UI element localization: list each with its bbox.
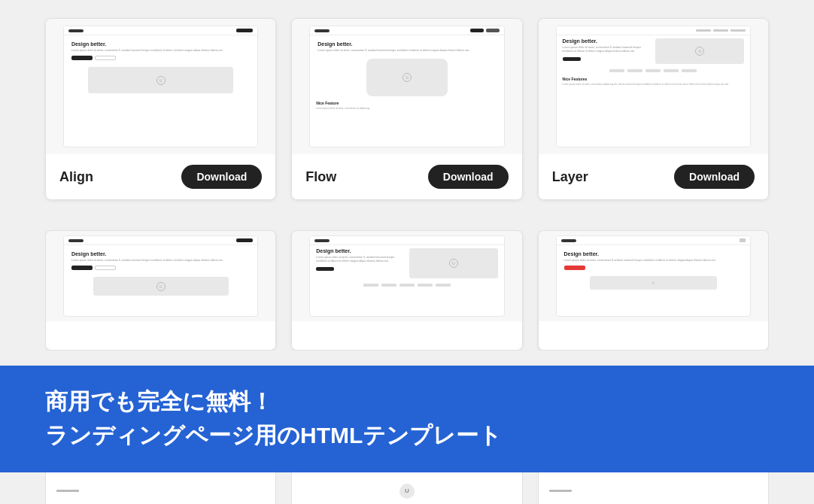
banner: 商用でも完全に無料！ ランディングページ用のHTMLテンプレート (0, 366, 814, 472)
brand1 (609, 69, 624, 72)
mini-logo (68, 29, 84, 32)
mini-img-bottom-6: U (590, 276, 717, 290)
mini-u-text-5: U (452, 261, 455, 266)
mini-page-layer: Design better. Lorem ipsum dolor sit ame… (556, 26, 752, 147)
nav-link1 (696, 29, 711, 32)
template-card-flow: Design better. Lorem ipsum dolor sit ame… (291, 18, 522, 200)
download-button-align[interactable]: Download (181, 165, 262, 189)
mini-hero-title-5: Design better. (316, 248, 405, 254)
mini-u-logo-layer: U (695, 47, 704, 56)
mini-hero-title-layer: Design better. (563, 38, 652, 44)
bottom-card-2: U (291, 472, 522, 504)
mini-u-text-flow: U (405, 75, 409, 80)
mini-u-text-layer: U (698, 49, 701, 53)
bottom-text-3 (549, 490, 572, 492)
mini-hero-title-flow: Design better. (317, 41, 497, 47)
mini-hero-text-5: Lorem ipsum dolor sit amet, consectetur … (316, 256, 405, 264)
mini-feature-title: Nice Feature (316, 101, 498, 105)
mini-nav-4 (64, 236, 258, 245)
mini-u-logo-5: U (449, 259, 458, 268)
mini-btn-primary-4 (71, 266, 93, 270)
mini-phone-mockup: U (366, 59, 448, 96)
brand3 (645, 69, 661, 72)
card-footer-4 (46, 321, 275, 351)
card-preview-layer: Design better. Lorem ipsum dolor sit ame… (539, 19, 768, 154)
mini-col-text: Design better. Lorem ipsum dolor sit ame… (563, 38, 652, 64)
bottom-mini-content-1 (56, 490, 79, 492)
brand5-5 (436, 284, 451, 287)
bottom-text-1 (56, 490, 79, 492)
brand2 (627, 69, 642, 72)
mini-btn1-flow (470, 29, 484, 32)
mini-page-align: Design better. Lorem ipsum dolor sit ame… (63, 26, 259, 147)
mini-hero-title-6: Design better. (564, 251, 743, 257)
card-footer-flow: Flow Download (292, 154, 521, 199)
mini-nav-5 (310, 236, 504, 245)
mini-btn-secondary (95, 56, 116, 60)
mini-hero-title: Design better. (71, 41, 251, 47)
mini-hero-title-4: Design better. (71, 251, 251, 257)
mini-cta-layer (563, 57, 581, 61)
mini-btns-4 (71, 266, 251, 270)
template-card-align: Design better. Lorem ipsum dolor sit ame… (45, 18, 276, 200)
grid-section-row2: Design better. Lorem ipsum dolor sit ame… (0, 200, 814, 351)
card-name-layer: Layer (552, 169, 588, 185)
mini-btn-secondary-4 (95, 266, 116, 270)
mini-hero-4: Design better. Lorem ipsum dolor sit ame… (64, 245, 258, 277)
card-footer-5 (292, 321, 521, 351)
mini-brands-layer (557, 67, 751, 74)
mini-btns (71, 56, 251, 60)
mini-logo-flow (314, 29, 330, 32)
mini-icon-6 (740, 238, 746, 242)
mini-page-flow: Design better. Lorem ipsum dolor sit ame… (309, 26, 505, 147)
banner-line1: 商用でも完全に無料！ (45, 387, 769, 417)
mini-nav-flow (310, 26, 504, 35)
bottom-partial: U (0, 472, 814, 504)
card-preview-flow: Design better. Lorem ipsum dolor sit ame… (292, 19, 521, 154)
mini-page-4: Design better. Lorem ipsum dolor sit ame… (63, 235, 259, 317)
mini-features-layer: Nice Features Lorem ipsum dolor sit amet… (557, 74, 751, 88)
banner-line2: ランディングページ用のHTMLテンプレート (45, 421, 769, 451)
template-card-4: Design better. Lorem ipsum dolor sit ame… (45, 230, 276, 351)
bottom-card-1 (45, 472, 276, 504)
mini-col-img-5: U (409, 248, 498, 278)
mini-bottom-6: U (557, 276, 751, 291)
card-preview-5: Design better. Lorem ipsum dolor sit ame… (292, 231, 521, 321)
mini-u-6: U (652, 281, 655, 285)
mini-u-logo-flow: U (402, 73, 412, 82)
mini-u-text: U (159, 78, 162, 83)
mini-u-text-4: U (159, 284, 162, 289)
nav-link2 (713, 29, 728, 32)
mini-col-img-layer: U (655, 38, 744, 64)
mini-hero-text-4: Lorem ipsum dolor sit amet, consectetur … (71, 259, 251, 263)
template-grid-row2: Design better. Lorem ipsum dolor sit ame… (45, 230, 769, 351)
mini-brands-5 (310, 281, 504, 289)
mini-nav (64, 26, 258, 35)
mini-features-title: Nice Features (563, 77, 745, 81)
mini-feature-text: Lorem ipsum dolor sit amet, consectetur … (316, 107, 498, 110)
mini-cta-btn (236, 29, 253, 32)
mini-hero-text-6: Lorem ipsum dolor sit amet, consectetur … (564, 259, 743, 263)
brand5-3 (399, 284, 415, 287)
brand4 (664, 69, 679, 72)
card-name-align: Align (59, 169, 93, 185)
download-button-flow[interactable]: Download (428, 165, 509, 189)
mini-features-text: Lorem ipsum dolor sit amet, consectetur … (563, 83, 745, 86)
download-button-layer[interactable]: Download (674, 165, 755, 189)
grid-section: Design better. Lorem ipsum dolor sit ame… (0, 0, 814, 200)
mini-u-logo-4: U (156, 282, 166, 291)
bottom-card-3 (538, 472, 769, 504)
mini-two-col-5: Design better. Lorem ipsum dolor sit ame… (310, 245, 504, 281)
mini-hero-text-layer: Lorem ipsum dolor sit amet, consectetur … (563, 46, 652, 54)
mini-heart-6 (740, 238, 746, 242)
card-preview-6: Design better. Lorem ipsum dolor sit ame… (539, 231, 768, 321)
mini-hero: Design better. Lorem ipsum dolor sit ame… (64, 35, 258, 67)
nav-links-layer (696, 29, 746, 32)
bottom-u-2: U (405, 487, 409, 494)
mini-image-align: U (88, 67, 233, 93)
mini-cta-5 (316, 267, 334, 271)
mini-btn2-flow (486, 29, 500, 32)
mini-logo-6 (561, 239, 576, 242)
card-footer-layer: Layer Download (539, 154, 768, 199)
mini-page-6: Design better. Lorem ipsum dolor sit ame… (556, 235, 752, 317)
